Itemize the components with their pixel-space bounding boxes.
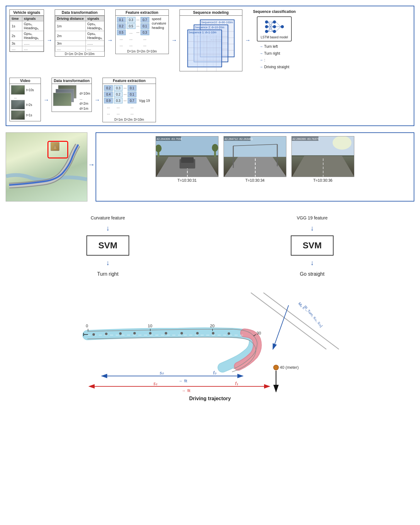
feat-cell: 0.2: [117, 23, 126, 29]
map-image: [6, 132, 87, 202]
svg-point-60: [333, 136, 351, 150]
feat-grid-2: 0.2 0.4 0.9 ... ... 0.3 0.2 0.3 ... ...: [103, 84, 138, 117]
svg-point-23: [265, 30, 268, 33]
svg-point-72: [149, 332, 152, 334]
svg-point-73: [165, 332, 167, 334]
feat-col-2: 0.3 0.5 ... ... ...: [127, 17, 135, 48]
vgg-label: Vgg 19: [139, 99, 150, 102]
feat-ellipsis: ...: [107, 104, 110, 110]
table-row: 2mGps₂,Heading₂,: [55, 31, 104, 41]
seq-card-1: Sequence 1: d=1-10m: [187, 30, 222, 67]
table-row: 1mGps₁,Heading₁,: [55, 21, 104, 31]
svg-text:42.284309 -83.7558: 42.284309 -83.7558: [157, 137, 182, 141]
dashcam-item-1: 42.284309 -83.7558 T=10:30:31: [156, 136, 218, 183]
dashcam-image-2: 42.284712 -82.263481: [224, 136, 286, 177]
list-item: t=10s: [11, 85, 39, 95]
page: Vehicle signals time signals 1sGps₁,Head…: [0, 0, 420, 408]
dt1-header-sig: signals: [86, 16, 104, 21]
feat-grid-1: 0.1 0.2 0.5 ... ... 0.3 0.5 ... ...: [116, 16, 151, 49]
feat-ellipsis: ...: [117, 104, 120, 110]
svg-line-37: [276, 22, 281, 27]
svg-text:42.286399 -83.7637S: 42.286399 -83.7637S: [292, 137, 320, 141]
svm-label-right: SVM: [303, 240, 322, 250]
feat-col-3: 0.7 0.1 0.3 ... ...: [141, 17, 149, 48]
result-colon: :: [259, 57, 289, 64]
feat-ellipsis: ...: [130, 30, 133, 35]
svm-box-right: SVM: [291, 235, 334, 256]
driving-trajectory-label: Driving trajectory: [189, 396, 231, 401]
feat-cell: 0.5: [127, 23, 135, 29]
svg-text:42.284712 -82.263481: 42.284712 -82.263481: [224, 137, 253, 141]
dashcam-section: 42.284309 -83.7558 T=10:30:31: [96, 132, 414, 202]
table-row: 3m......: [55, 41, 104, 46]
svg-text:f₁: f₁: [235, 381, 238, 386]
feat-ellipsis: ...: [130, 104, 134, 110]
arrow-down-3: ↓: [311, 224, 314, 232]
feat-col-ellipsis: ··· ··· ···: [136, 17, 140, 48]
feat-col-3: 0.1 0.1 0.7 ... ...: [128, 85, 136, 116]
trajectory-svg: 0 10 20 30: [69, 286, 351, 393]
curvature-feature-label: Curvature feature: [91, 215, 125, 220]
feat-ellipsis: ...: [130, 36, 133, 41]
svg-text:s₀: s₀: [160, 370, 164, 375]
arrow-down-1: ↓: [106, 224, 110, 232]
feat-cell: 0.4: [104, 91, 113, 97]
svm-branch-curvature: Curvature feature ↓ SVM ↓ Turn right: [86, 215, 130, 277]
feat-cell: 0.7: [128, 98, 136, 103]
classification-title: Sequence classification: [253, 9, 296, 14]
vehicle-signals-box: Vehicle signals time signals 1sGps₁,Head…: [9, 9, 44, 52]
feat-ellipsis: ...: [143, 42, 146, 48]
frame-thumb: [11, 100, 25, 109]
dashcam-image-1: 42.284309 -83.7558: [156, 136, 218, 177]
result-turn-left: Turn left: [259, 43, 289, 50]
svm-branch-vgg: VGG 19 feature ↓ SVM ↓ Go straight: [291, 215, 334, 277]
trajectory-diagram: 0 10 20 30: [69, 286, 351, 393]
arrow-3: →: [171, 37, 177, 44]
seq-stacked: Sequence10: d=90-100m ..: [184, 18, 238, 69]
data-transform-1-box: Data transformation Driving distance sig…: [55, 9, 105, 57]
video-title: Video: [10, 78, 41, 84]
feat-labels-1: speed curvature heading: [152, 16, 166, 30]
svg-text:→: →: [182, 389, 185, 393]
vs-header-time: time: [10, 16, 22, 21]
vehicle-signals-title: Vehicle signals: [10, 10, 44, 16]
dashcam-timestamp-1: T=10:30:31: [177, 178, 196, 183]
data-transform-2-box: Data transformation d=10m ... d=2m d=1m: [52, 78, 92, 112]
svg-text:f₀: f₀: [213, 370, 217, 375]
table-row: 1sGps₁,Heading₁,: [10, 21, 44, 31]
feature-extraction-2-box: Feature extraction 0.2 0.4 0.9 ... ... 0…: [102, 78, 156, 122]
table-row: 2sGps₂,Heading₂,: [10, 31, 44, 41]
feat-cell: 0.7: [141, 17, 149, 23]
feat-cell: 0.5: [117, 30, 126, 35]
svm-label-left: SVM: [98, 240, 118, 250]
fe1-title: Feature extraction: [116, 10, 169, 16]
arrow-6: →: [94, 97, 100, 103]
feat-ellipsis: ...: [107, 110, 110, 116]
dashcam-timestamp-2: T=10:30:34: [245, 178, 264, 183]
svg-text:40 (meter): 40 (meter): [280, 365, 299, 370]
trajectory-section: 0 10 20 30: [6, 286, 414, 401]
svg-point-77: [228, 332, 230, 335]
table-row: 3s......: [10, 41, 44, 46]
svg-text:fit: fit: [187, 389, 191, 393]
dashcam-timestamp-3: T=10:30:36: [313, 178, 332, 183]
svg-point-71: [133, 332, 136, 334]
svg-line-66: [263, 293, 339, 349]
video-frames: t=10s ... t=2s t=1s: [10, 84, 41, 121]
feature-extraction-1-box: Feature extraction 0.1 0.2 0.5 ... ...: [115, 9, 169, 54]
dt2-title: Data transformation: [52, 78, 91, 84]
svg-text:20: 20: [210, 323, 214, 328]
fe2-dim-labels: D=1m D=2m D=10m: [103, 117, 156, 122]
svm-result-right: Go straight: [300, 271, 324, 277]
arrow-down-4: ↓: [311, 259, 314, 267]
svg-point-48: [212, 144, 218, 152]
feat-cell: 0.1: [117, 17, 126, 23]
svg-line-39: [276, 27, 281, 31]
list-item: ...: [11, 96, 39, 99]
result-driving-straight: Driving straight: [259, 64, 289, 71]
feat-col-1: 0.2 0.4 0.9 ... ...: [104, 85, 113, 116]
frame-thumb: [11, 110, 25, 120]
arrow-2: →: [107, 37, 113, 44]
svg-text:→: →: [179, 379, 182, 383]
classification-box: Sequence classification: [253, 9, 296, 70]
